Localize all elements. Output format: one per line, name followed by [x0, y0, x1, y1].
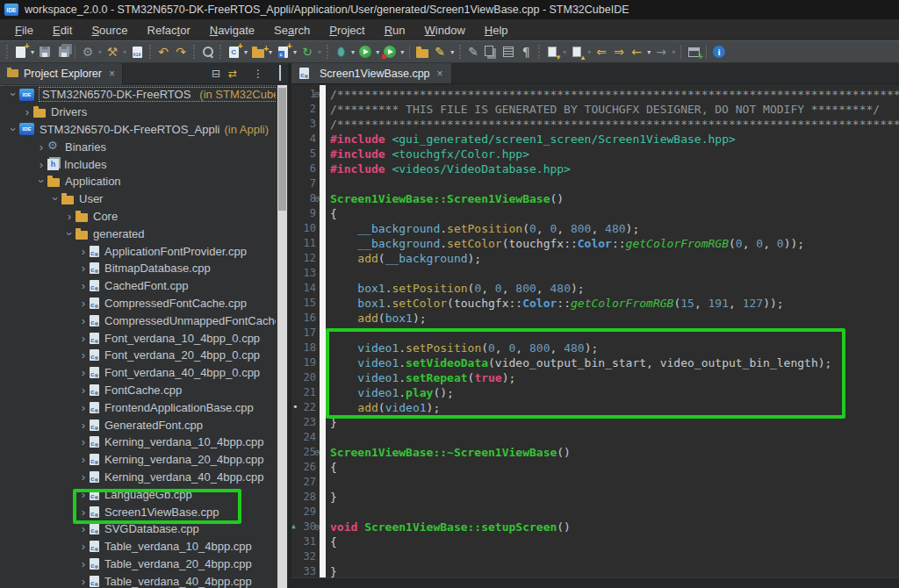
chevron-right-icon[interactable]: ›: [77, 349, 90, 361]
tree-item-Core[interactable]: ›Core: [0, 208, 276, 226]
copy-doc-button[interactable]: [483, 44, 499, 60]
fold-collapse-icon[interactable]: ⊖: [314, 447, 320, 458]
menu-run[interactable]: Run: [375, 21, 415, 39]
tree-item-Table_verdana_20_4bpp.cpp[interactable]: ›Table_verdana_20_4bpp.cpp: [0, 556, 276, 573]
dropdown-arrow-icon[interactable]: ▾: [123, 48, 126, 56]
chevron-right-icon[interactable]: ›: [77, 523, 90, 534]
run-button[interactable]: [357, 44, 373, 60]
dropdown-arrow-icon[interactable]: ▾: [244, 48, 248, 56]
chevron-right-icon[interactable]: ›: [77, 367, 90, 378]
new-wizard-button[interactable]: [12, 44, 28, 60]
dropdown-arrow-icon[interactable]: ▾: [672, 48, 675, 56]
chevron-right-icon[interactable]: ›: [77, 384, 90, 396]
project-explorer-tab[interactable]: Project Explorer ×: [0, 63, 123, 84]
chevron-right-icon[interactable]: ›: [21, 106, 33, 118]
chevron-right-icon[interactable]: ›: [77, 489, 90, 500]
chevron-right-icon[interactable]: ›: [63, 211, 76, 222]
tree-item-FrontendApplicationBase.cpp[interactable]: ›FrontendApplicationBase.cpp: [0, 398, 276, 416]
chevron-right-icon[interactable]: ›: [77, 246, 90, 257]
next-annotation-button[interactable]: [544, 44, 560, 60]
chevron-right-icon[interactable]: ›: [77, 333, 90, 344]
info-button[interactable]: [711, 44, 727, 60]
format-button[interactable]: ✎: [465, 44, 481, 60]
tree-item-Font_verdana_10_4bpp_0.cpp[interactable]: ›Font_verdana_10_4bpp_0.cpp: [0, 329, 276, 347]
view-menu-button[interactable]: ⋮: [253, 68, 263, 79]
fold-collapse-icon[interactable]: ⊖: [314, 521, 320, 533]
dropdown-arrow-icon[interactable]: ▾: [31, 48, 34, 56]
tree-item-Binaries[interactable]: ›Binaries: [0, 138, 276, 155]
toolbar-handle[interactable]: [193, 45, 195, 59]
collapse-all-button[interactable]: ⊟: [212, 68, 220, 79]
menu-project[interactable]: Project: [320, 21, 374, 39]
chevron-right-icon[interactable]: ›: [77, 576, 90, 587]
chevron-right-icon[interactable]: ›: [77, 506, 90, 518]
tree-item-Screen1ViewBase.cpp[interactable]: ›Screen1ViewBase.cpp: [0, 503, 276, 520]
dropdown-arrow-icon[interactable]: ▾: [98, 48, 102, 56]
tree-item-generated[interactable]: ›generated: [0, 225, 276, 242]
tree-item-CompressedFontCache.cpp[interactable]: ›CompressedFontCache.cpp: [0, 295, 276, 312]
toolbar-handle[interactable]: [149, 45, 151, 59]
menu-edit[interactable]: Edit: [43, 21, 82, 39]
menu-navigate[interactable]: Navigate: [200, 21, 264, 39]
editor-horizontal-scrollbar[interactable]: [291, 577, 899, 588]
binary-file-button[interactable]: [129, 44, 145, 60]
chevron-right-icon[interactable]: ›: [77, 419, 90, 431]
tree-item-BitmapDatabase.cpp[interactable]: ›BitmapDatabase.cpp: [0, 260, 276, 277]
tree-item-Kerning_verdana_40_4bpp.cpp[interactable]: ›Kerning_verdana_40_4bpp.cpp: [0, 469, 276, 486]
tree-item-Font_verdana_40_4bpp_0.cpp[interactable]: ›Font_verdana_40_4bpp_0.cpp: [0, 364, 276, 382]
chevron-right-icon[interactable]: ›: [77, 262, 90, 274]
menu-help[interactable]: Help: [475, 21, 518, 39]
dropdown-arrow-icon[interactable]: ▾: [269, 48, 272, 56]
tree-item-FontCache.cpp[interactable]: ›FontCache.cpp: [0, 382, 276, 399]
tree-item-Kerning_verdana_20_4bpp.cpp[interactable]: ›Kerning_verdana_20_4bpp.cpp: [0, 451, 276, 469]
tree-item-Drivers[interactable]: ›Drivers: [0, 104, 276, 121]
tree-item-SVGDatabase.cpp[interactable]: ›SVGDatabase.cpp: [0, 520, 276, 538]
toolbar-handle[interactable]: [538, 45, 540, 59]
chevron-down-icon[interactable]: ›: [36, 176, 47, 188]
toolbar-handle[interactable]: [459, 45, 461, 59]
open-element-button[interactable]: [414, 44, 430, 60]
show-whitespace-button[interactable]: ¶: [518, 44, 534, 60]
dropdown-arrow-icon[interactable]: ▾: [318, 48, 321, 56]
chevron-right-icon[interactable]: ›: [77, 541, 90, 552]
new-c-project-button[interactable]: [275, 44, 291, 60]
last-edit-location-button[interactable]: ⇐: [593, 44, 609, 60]
tree-item-STM32N6570-DK-FreeRTOS_Appli[interactable]: ›STM32N6570-DK-FreeRTOS_Appli(in Appli): [0, 121, 276, 139]
menu-source[interactable]: Source: [82, 21, 137, 39]
task-marker-icon[interactable]: [291, 520, 298, 534]
dropdown-arrow-icon[interactable]: ▾: [351, 48, 355, 56]
tree-item-GeneratedFont.cpp[interactable]: ›GeneratedFont.cpp: [0, 416, 276, 434]
scrollbar-thumb[interactable]: [278, 88, 286, 211]
chevron-right-icon[interactable]: ›: [77, 558, 90, 570]
breakpoint-dot-icon[interactable]: [291, 400, 298, 415]
tree-item-CachedFont.cpp[interactable]: ›CachedFont.cpp: [0, 277, 276, 295]
dropdown-arrow-icon[interactable]: ▾: [400, 48, 404, 56]
tree-item-Table_verdana_10_4bpp.cpp[interactable]: ›Table_verdana_10_4bpp.cpp: [0, 538, 276, 556]
chevron-right-icon[interactable]: ›: [77, 454, 90, 465]
fold-collapse-icon[interactable]: ⊖: [314, 89, 320, 100]
build-button[interactable]: ⚒: [104, 44, 120, 60]
search-button[interactable]: [199, 44, 215, 60]
tree-item-User[interactable]: ›User: [0, 190, 276, 208]
build-settings-button[interactable]: ⚙: [80, 44, 96, 60]
back-button[interactable]: ←: [629, 44, 644, 60]
tree-item-STM32N6570-DK-FreeRTOS[interactable]: ›STM32N6570-DK-FreeRTOS(in STM32CubeIDE): [0, 86, 276, 104]
menu-file[interactable]: File: [5, 21, 43, 39]
dropdown-arrow-icon[interactable]: ▾: [376, 48, 379, 56]
dropdown-arrow-icon[interactable]: ▾: [450, 48, 454, 56]
next-edit-location-button[interactable]: ⇒: [611, 44, 627, 60]
tree-item-Font_verdana_20_4bpp_0.cpp[interactable]: ›Font_verdana_20_4bpp_0.cpp: [0, 347, 276, 364]
chevron-right-icon[interactable]: ›: [77, 402, 90, 413]
dropdown-arrow-icon[interactable]: ▾: [563, 48, 566, 56]
toolbar-handle[interactable]: [327, 45, 328, 59]
forward-button[interactable]: →: [653, 44, 669, 60]
project-tree[interactable]: ›STM32N6570-DK-FreeRTOS(in STM32CubeIDE)…: [0, 85, 276, 588]
toolbar-handle[interactable]: [219, 45, 221, 59]
chevron-right-icon[interactable]: ›: [35, 159, 47, 170]
tree-item-Includes[interactable]: ›Includes: [0, 155, 276, 173]
explorer-scrollbar[interactable]: [277, 85, 287, 588]
chevron-right-icon[interactable]: ›: [77, 436, 90, 448]
save-all-button[interactable]: [54, 44, 70, 60]
dropdown-arrow-icon[interactable]: ▾: [647, 48, 651, 56]
redo-button[interactable]: ↷: [173, 44, 189, 60]
